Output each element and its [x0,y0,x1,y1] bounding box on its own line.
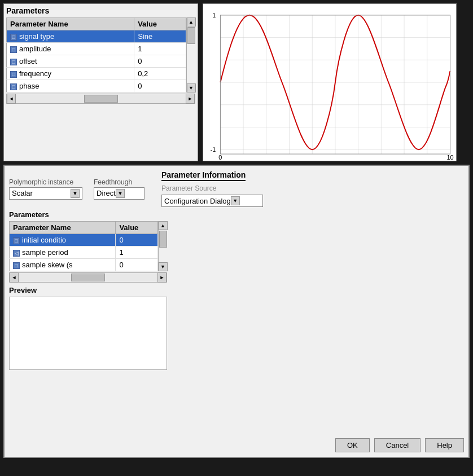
bottom-hscroll-track [19,272,157,283]
sine-chart: 1 -1 0 10 [203,3,457,161]
param-icon: □ [10,59,17,65]
param-name-cell: □initial conditio [10,234,116,246]
preview-section: Preview [9,286,167,370]
bottom-vscroll-down[interactable]: ▼ [159,262,168,271]
svg-text:10: 10 [446,154,453,161]
table-row[interactable]: □frequency 0,2 [7,68,186,80]
param-value-cell: 0 [116,234,158,246]
hscroll-track [16,94,186,104]
preview-area [9,297,167,370]
table-row[interactable]: □signal type Sine [7,30,186,43]
bottom-dialog: Polymorphic instance Scalar ▼ Feedthroug… [3,165,470,458]
param-icon: □ [10,34,17,41]
config-dialog-value: Configuration Dialog [164,197,231,205]
bottom-col-value-header: Value [116,222,158,234]
direct-dropdown[interactable]: Direct ▼ [94,187,144,200]
bottom-table-hscrollbar[interactable]: ◄ ► [9,272,167,283]
table-row[interactable]: □phase 0 [7,80,186,92]
cancel-button[interactable]: Cancel [374,438,421,452]
bottom-col-name-header: Parameter Name [10,222,116,234]
scalar-dropdown[interactable]: Scalar ▼ [9,187,82,200]
feedthrough-label: Feedthrough [94,178,144,186]
param-info-section: Parameter Information Parameter Source C… [161,170,464,207]
param-value-cell: 0 [134,55,186,68]
svg-text:-1: -1 [211,146,216,153]
feedthrough-section: Feedthrough Direct ▼ [94,178,144,200]
param-name-cell: □signal type [7,30,134,43]
config-dropdown-arrow[interactable]: ▼ [231,196,240,205]
svg-text:1: 1 [212,12,216,19]
scalar-dropdown-arrow[interactable]: ▼ [71,189,80,198]
param-source-label: Parameter Source [161,184,464,192]
param-value-cell: 1 [116,246,158,259]
param-name-cell: □frequency [7,68,134,80]
col-name-header: Parameter Name [7,18,134,30]
param-icon: ◁ [13,250,20,257]
polymorphic-section: Polymorphic instance Scalar ▼ [9,178,82,200]
param-name-cell: □sample skew (s [10,259,116,271]
param-value-cell: 1 [134,43,186,55]
param-name-cell: □phase [7,80,134,92]
help-button[interactable]: Help [425,438,464,452]
bottom-table-vscrollbar[interactable]: ▲ ▼ [158,221,167,271]
top-table-hscrollbar[interactable]: ◄ ► [6,94,195,104]
vscroll-track[interactable] [187,27,196,83]
param-icon: □ [10,46,17,53]
bottom-hscroll-left[interactable]: ◄ [10,272,19,283]
col-value-header: Value [134,18,186,30]
scalar-value: Scalar [12,189,71,197]
direct-dropdown-arrow[interactable]: ▼ [116,189,125,198]
bottom-vscroll-thumb[interactable] [159,231,167,248]
top-param-table: Parameter Name Value □signal type Sine □… [6,17,186,92]
hscroll-thumb[interactable] [84,95,118,103]
vscroll-up-arrow[interactable]: ▲ [187,17,196,27]
preview-label: Preview [9,286,167,294]
param-value-cell: 0 [134,80,186,92]
right-panel [173,210,464,436]
bottom-params-section: Parameters Parameter Name Value □initial… [9,210,167,436]
param-value-cell: Sine [134,30,186,43]
direct-value: Direct [97,189,116,197]
hscroll-right-arrow[interactable]: ► [186,94,195,104]
table-row[interactable]: □amplitude 1 [7,43,186,55]
param-icon: □ [10,71,17,78]
config-dialog-dropdown[interactable]: Configuration Dialog ▼ [161,195,263,207]
vscroll-thumb[interactable] [187,27,195,44]
param-name-cell: □amplitude [7,43,134,55]
table-row[interactable]: □sample skew (s 0 [10,259,158,271]
top-parameters-panel: Parameters Parameter Name Value □signal … [3,3,198,161]
bottom-vscroll-track[interactable] [159,230,168,262]
bottom-vscroll-up[interactable]: ▲ [159,221,168,230]
param-icon: □ [13,262,20,269]
bottom-hscroll-right[interactable]: ► [157,272,167,283]
ok-button[interactable]: OK [335,438,370,452]
vscroll-down-arrow[interactable]: ▼ [187,83,196,92]
param-icon: □ [10,83,17,90]
top-params-title: Parameters [6,6,195,15]
table-row[interactable]: □offset 0 [7,55,186,68]
param-icon: □ [13,237,20,244]
param-name-cell: □offset [7,55,134,68]
hscroll-left-arrow[interactable]: ◄ [7,94,16,104]
table-row[interactable]: ◁sample period 1 [10,246,158,259]
polymorphic-label: Polymorphic instance [9,178,82,186]
bottom-param-table: Parameter Name Value □initial conditio 0… [9,221,158,271]
bottom-hscroll-thumb[interactable] [71,274,105,281]
dialog-buttons: OK Cancel Help [335,438,464,452]
top-table-vscrollbar[interactable]: ▲ ▼ [186,17,195,92]
param-value-cell: 0,2 [134,68,186,80]
svg-text:0: 0 [218,154,222,161]
table-row[interactable]: □initial conditio 0 [10,234,158,246]
param-name-cell: ◁sample period [10,246,116,259]
param-value-cell: 0 [116,259,158,271]
param-info-title: Parameter Information [161,170,246,181]
bottom-params-title: Parameters [9,210,167,219]
